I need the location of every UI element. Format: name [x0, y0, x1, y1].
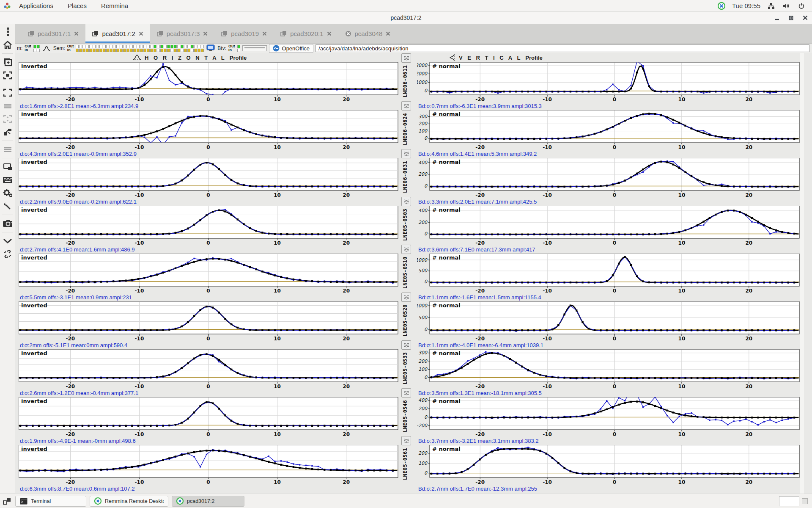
fit-stats-text: d:σ:2.6mm offs:-1.2E0 mean:-0.4mm ampl:3…	[19, 390, 398, 397]
workspace-switcher-icon[interactable]	[3, 497, 12, 506]
sidebar-dynamic-resolution-icon[interactable]	[3, 71, 12, 80]
tab-close-icon[interactable]	[327, 31, 332, 36]
task-button-terminal[interactable]: Terminal	[15, 496, 86, 507]
sidebar-collapse-toolbar-icon[interactable]	[3, 236, 12, 246]
svg-text:0: 0	[424, 88, 428, 94]
taskbar-pager[interactable]	[779, 496, 799, 506]
profile-plot[interactable]: 4002000-20-1001020# normal	[417, 158, 800, 199]
remmina-status-icon[interactable]	[717, 1, 726, 11]
sidebar-home-icon[interactable]	[3, 40, 12, 50]
window-title-bar[interactable]: pcad3017:2	[0, 12, 812, 24]
status-cell	[76, 49, 79, 52]
profile-options-button[interactable]	[401, 101, 411, 110]
profile-plot[interactable]: -20-1001020inverted	[19, 158, 398, 199]
profile-plot[interactable]: -20-1001020inverted	[19, 397, 398, 438]
sidebar-menu-lines-icon[interactable]	[3, 101, 12, 110]
profile-plot[interactable]: 10005000-20-1001020# normal	[417, 301, 800, 342]
profile-plot[interactable]: -20-1001020inverted	[19, 301, 398, 342]
sidebar-fullscreen-icon[interactable]	[3, 88, 12, 97]
peak-icon	[42, 44, 51, 53]
status-cell	[140, 45, 143, 48]
status-cell	[116, 49, 119, 52]
profile-options-button[interactable]	[401, 293, 411, 302]
tab-close-icon[interactable]	[386, 31, 390, 36]
sidebar-scaled-mode-icon[interactable]	[3, 114, 12, 124]
profile-options-button[interactable]	[401, 340, 411, 350]
profile-options-button[interactable]	[401, 245, 411, 254]
svg-text:20: 20	[343, 479, 350, 485]
taskbar-tray-box	[802, 498, 808, 504]
profile-options-button[interactable]	[401, 197, 411, 206]
profile-plot[interactable]: 2001000-20-1001020# normal	[417, 445, 800, 486]
plot-holder: -20-1001020inverted	[19, 254, 398, 294]
btv-monitor-icon[interactable]	[206, 44, 215, 53]
profile-plot[interactable]: -20-1001020inverted	[19, 110, 398, 151]
profile-plot[interactable]: 3002001000-20-1001020# normal	[417, 110, 800, 151]
tab-pcad3017:3[interactable]: pcad3017:3	[150, 24, 214, 43]
tab-pcad3019[interactable]: pcad3019	[214, 24, 274, 43]
menu-item-remmina[interactable]: Remmina	[94, 0, 135, 11]
profile-plot[interactable]: -20-1001020inverted	[19, 445, 398, 486]
tab-close-icon[interactable]	[139, 31, 143, 36]
openoffice-button[interactable]: OpenOffice	[269, 44, 314, 53]
applications-icon[interactable]	[3, 1, 12, 11]
profile-plot[interactable]: 4002000-200-20-1001020# normal	[417, 397, 800, 438]
profile-plot[interactable]: -20-1001020inverted	[19, 349, 398, 390]
network-icon[interactable]	[766, 1, 776, 11]
profile-options-button[interactable]	[401, 388, 411, 398]
scrollbar[interactable]	[800, 53, 804, 494]
profile-options-button[interactable]	[401, 436, 411, 445]
power-icon[interactable]	[797, 1, 806, 11]
task-button-remmina-remote-desktop-client[interactable]: Remmina Remote Desktop Client	[90, 496, 168, 507]
volume-icon[interactable]	[782, 1, 791, 11]
profile-options-button[interactable]	[401, 53, 411, 63]
tab-pcad3017:2[interactable]: pcad3017:2	[85, 24, 150, 43]
profile-plot[interactable]: 4002000-20-1001020# normal	[417, 206, 800, 246]
profile-plot[interactable]: -20-1001020inverted	[19, 62, 398, 103]
sidebar-tools-icon[interactable]	[3, 202, 12, 211]
svg-text:-10: -10	[135, 479, 144, 485]
tab-pcad3020:1[interactable]: pcad3020:1	[274, 24, 338, 43]
sidebar-new-window-icon[interactable]	[3, 58, 12, 67]
sidebar-resize-window-icon[interactable]	[3, 127, 12, 137]
toolbar-slider[interactable]	[242, 45, 267, 51]
status-cell	[150, 49, 153, 52]
tab-close-icon[interactable]	[203, 31, 208, 36]
svg-text:-10: -10	[135, 288, 144, 294]
path-field[interactable]: /acc/java/data/lna/adebds/acquisition	[315, 44, 809, 52]
svg-text:500: 500	[418, 268, 428, 273]
profile-plot[interactable]: 3000200010000-20-1001020# normal	[417, 62, 800, 103]
status-cell	[143, 49, 146, 52]
minimize-button[interactable]	[774, 15, 779, 20]
profile-options-button[interactable]	[401, 149, 411, 158]
svg-text:0: 0	[206, 240, 210, 246]
tab-close-icon[interactable]	[262, 31, 267, 36]
svg-text:200: 200	[418, 220, 428, 225]
profile-plot[interactable]: -20-1001020inverted	[19, 254, 398, 294]
plot-holder: -20-1001020inverted	[19, 110, 398, 151]
profile-plot[interactable]: -20-1001020inverted	[19, 206, 398, 246]
svg-text:0: 0	[613, 144, 616, 150]
svg-text:0: 0	[613, 431, 616, 437]
menu-item-places[interactable]: Places	[60, 0, 94, 11]
fit-stats-text: Bd:σ:1.1mm offs:-1.6E1 mean:1.5mm ampl:1…	[417, 294, 800, 301]
sidebar-grip-icon[interactable]	[3, 27, 12, 36]
status-cell	[133, 45, 136, 48]
profile-plot[interactable]: 10005000-20-1001020# normal	[417, 254, 800, 294]
maximize-button[interactable]	[789, 16, 793, 20]
task-button-pcad3017:2[interactable]: pcad3017:2	[172, 496, 244, 507]
tab-close-icon[interactable]	[74, 31, 79, 36]
profile-row-v5: 10005000-20-1001020# normalBd:σ:1.1mm of…	[417, 254, 800, 301]
profile-plot[interactable]: 3002001000-20-1001020# normal	[417, 349, 800, 390]
sidebar-preferences-icon[interactable]	[3, 188, 12, 198]
sidebar-screenshot-icon[interactable]	[3, 219, 12, 228]
sidebar-menu-lines2-icon[interactable]	[3, 145, 12, 154]
menu-item-applications[interactable]: Applications	[12, 0, 60, 11]
sidebar-multi-monitor-icon[interactable]	[3, 162, 12, 171]
sidebar-disconnect-icon[interactable]	[3, 249, 12, 259]
tab-pcad3017:1[interactable]: pcad3017:1	[21, 24, 85, 43]
svg-text:0: 0	[613, 240, 616, 246]
tab-pcad3048[interactable]: pcad3048	[338, 24, 398, 43]
close-button[interactable]	[803, 15, 808, 20]
sidebar-keyboard-icon[interactable]	[3, 175, 12, 185]
